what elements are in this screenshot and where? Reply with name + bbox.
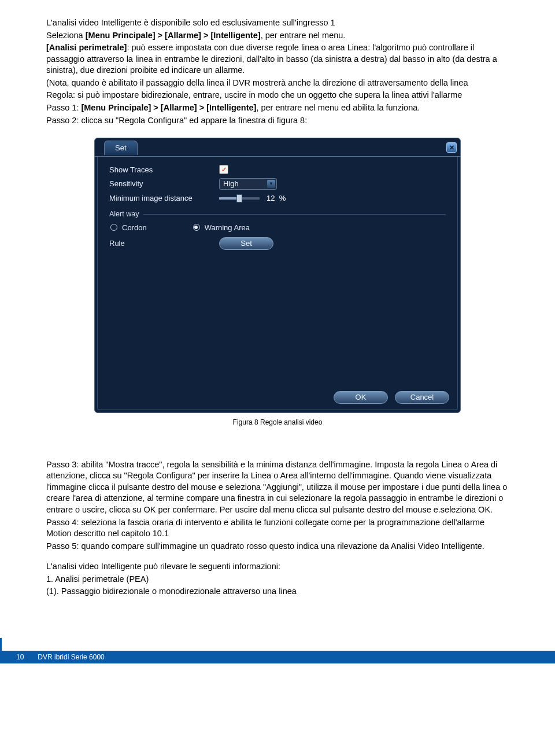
page-number: 10 <box>16 652 24 662</box>
paragraph-1: L'analisi video Intelligente è disponibi… <box>46 17 509 29</box>
passo-4: Passo 4: seleziona la fascia oraria di i… <box>46 517 509 540</box>
cancel-button[interactable]: Cancel <box>395 391 449 404</box>
label-warning-area: Warning Area <box>205 223 250 233</box>
list-1a: (1). Passaggio bidirezionale o monodirez… <box>46 586 509 598</box>
dvr-titlebar: Set ✕ <box>95 138 460 157</box>
paragraph-2: Seleziona [Menu Principale] > [Allarme] … <box>46 30 509 42</box>
page-footer: 10 DVR ibridi Serie 6000 <box>0 638 555 663</box>
label-sensitivity: Sensitivity <box>109 179 219 189</box>
paragraph-3: [Analisi perimetrale]: può essere impost… <box>46 42 509 76</box>
p2-post: , per entrare nel menu. <box>261 31 346 40</box>
radio-warning-area[interactable]: Warning Area <box>193 223 250 233</box>
group-alert-way: Alert way <box>109 209 446 219</box>
min-distance-value: 12 % <box>267 193 286 204</box>
sensitivity-value: High <box>223 179 239 189</box>
passo-3: Passo 3: abilita "Mostra tracce", regola… <box>46 459 509 516</box>
passo-5: Passo 5: quando compare sull'immagine un… <box>46 541 509 552</box>
ok-button[interactable]: OK <box>334 391 388 404</box>
close-icon[interactable]: ✕ <box>446 142 457 153</box>
dvr-body: Show Traces ✓ Sensitivity High ▼ Minimum… <box>97 157 458 410</box>
paragraph-6: Passo 1: [Menu Principale] > [Allarme] >… <box>46 102 509 114</box>
paragraph-7: Passo 2: clicca su "Regola Configura" ed… <box>46 115 509 127</box>
p3-bold: [Analisi perimetrale] <box>46 43 127 52</box>
chevron-down-icon: ▼ <box>267 180 275 188</box>
label-alert-way: Alert way <box>109 209 139 219</box>
dvr-set-window: Set ✕ Show Traces ✓ Sensitivity High ▼ M… <box>94 138 461 413</box>
radio-cordon[interactable]: Cordon <box>110 223 147 233</box>
figure-8-caption: Figura 8 Regole analisi video <box>46 418 509 427</box>
paragraph-5: Regola: si può impostare bidirezionale, … <box>46 90 509 101</box>
paragraph-4: (Nota, quando è abilitato il passaggio d… <box>46 78 509 89</box>
slider-thumb[interactable] <box>236 194 242 202</box>
p6-post: , per entrare nel menu ed abilita la fun… <box>256 103 420 112</box>
label-show-traces: Show Traces <box>109 165 219 175</box>
checkbox-show-traces[interactable]: ✓ <box>219 165 228 174</box>
radio-icon <box>110 224 117 231</box>
p6-pre: Passo 1: <box>46 103 81 112</box>
radio-icon-checked <box>193 224 200 231</box>
p6-bold: [Menu Principale] > [Allarme] > [Intelli… <box>81 103 256 112</box>
slider-min-distance[interactable] <box>219 194 260 202</box>
figure-8-container: Set ✕ Show Traces ✓ Sensitivity High ▼ M… <box>46 138 509 427</box>
rule-set-button[interactable]: Set <box>219 237 273 250</box>
label-rule: Rule <box>109 238 219 249</box>
list-1: 1. Analisi perimetrale (PEA) <box>46 574 509 585</box>
select-sensitivity[interactable]: High ▼ <box>219 178 277 190</box>
p2-pre: Seleziona <box>46 31 86 40</box>
label-cordon: Cordon <box>122 223 147 233</box>
tab-set[interactable]: Set <box>104 141 138 155</box>
page-content: L'analisi video Intelligente è disponibi… <box>0 0 555 598</box>
info-line: L'analisi video Intelligente può rilevar… <box>46 561 509 573</box>
p2-bold: [Menu Principale] > [Allarme] > [Intelli… <box>86 31 261 40</box>
label-min-distance: Minimum image distance <box>109 193 219 204</box>
footer-series: DVR ibridi Serie 6000 <box>38 652 104 662</box>
